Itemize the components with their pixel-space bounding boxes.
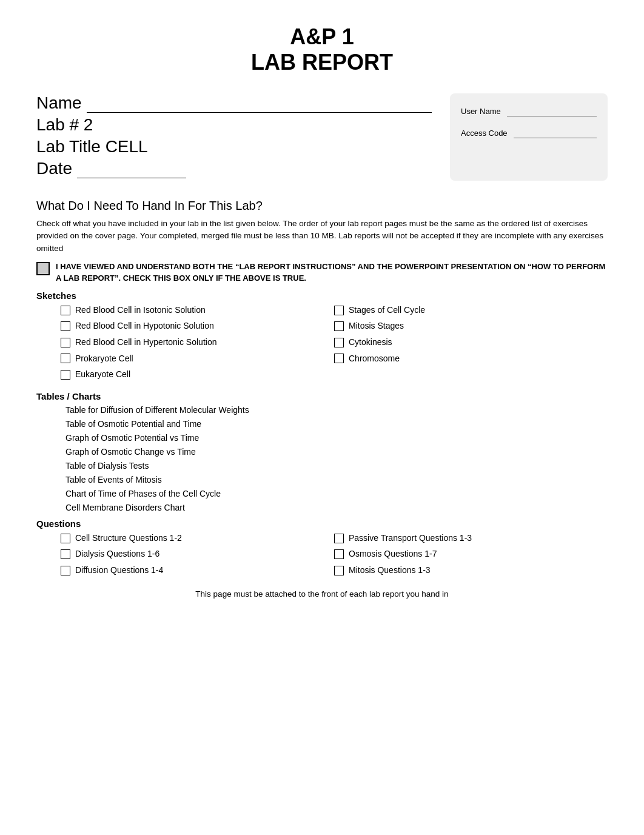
form-right-box: User Name Access Code [450, 93, 608, 181]
table-item-7: Chart of Time of Phases of the Cell Cycl… [61, 489, 608, 498]
sketch-label-7: Mitosis Stages [349, 320, 404, 332]
access-code-row: Access Code [461, 127, 597, 138]
sketch-label-3: Red Blood Cell in Hypertonic Solution [75, 337, 216, 349]
question-checkbox-4[interactable] [334, 534, 344, 543]
question-label-5: Osmosis Questions 1-7 [349, 548, 437, 560]
question-checkbox-5[interactable] [334, 549, 344, 559]
table-label-5: Table of Dialysis Tests [65, 461, 149, 471]
question-checkbox-1[interactable] [61, 534, 70, 543]
question-item-4: Passive Transport Questions 1-3 [334, 532, 608, 545]
sketch-checkbox-1[interactable] [61, 306, 70, 315]
sketch-checkbox-3[interactable] [61, 338, 70, 347]
question-item-1: Cell Structure Questions 1-2 [61, 532, 334, 545]
name-underline [87, 99, 432, 113]
sketch-item-5: Eukaryote Cell [61, 369, 334, 381]
questions-col1: Cell Structure Questions 1-2 Dialysis Qu… [61, 532, 334, 581]
user-name-label: User Name [461, 107, 501, 116]
question-label-1: Cell Structure Questions 1-2 [75, 532, 182, 545]
table-item-5: Table of Dialysis Tests [61, 461, 608, 471]
sketch-label-4: Prokaryote Cell [75, 353, 133, 365]
table-item-3: Graph of Osmotic Potential vs Time [61, 433, 608, 443]
title-line2: LAB REPORT [36, 50, 608, 75]
table-label-6: Table of Events of Mitosis [65, 475, 162, 485]
name-field-row: Name [36, 93, 432, 113]
page-header: A&P 1 LAB REPORT [36, 24, 608, 75]
questions-col2: Passive Transport Questions 1-3 Osmosis … [334, 532, 608, 581]
notice-text: I HAVE VIEWED AND UNDERSTAND BOTH THE “L… [56, 261, 608, 284]
sketch-label-6: Stages of Cell Cycle [349, 304, 425, 317]
user-name-row: User Name [461, 106, 597, 116]
tables-section: Tables / Charts Table for Diffusion of D… [36, 391, 608, 512]
sketch-item-8: Cytokinesis [334, 337, 608, 349]
sketch-checkbox-6[interactable] [334, 306, 344, 315]
notice-box: I HAVE VIEWED AND UNDERSTAND BOTH THE “L… [36, 261, 608, 284]
date-field-row: Date [36, 159, 432, 178]
sketch-checkbox-2[interactable] [61, 321, 70, 331]
sketch-item-1: Red Blood Cell in Isotonic Solution [61, 304, 334, 317]
title-line1: A&P 1 [36, 24, 608, 50]
table-label-4: Graph of Osmotic Change vs Time [65, 447, 196, 457]
question-item-5: Osmosis Questions 1-7 [334, 548, 608, 560]
question-label-2: Dialysis Questions 1-6 [75, 548, 159, 560]
sketches-checklist: Red Blood Cell in Isotonic Solution Red … [61, 304, 608, 385]
question-checkbox-6[interactable] [334, 566, 344, 575]
lab-number-row: Lab # 2 [36, 115, 432, 135]
sketch-checkbox-7[interactable] [334, 321, 344, 331]
question-label-6: Mitosis Questions 1-3 [349, 565, 431, 577]
question-item-3: Diffusion Questions 1-4 [61, 565, 334, 577]
access-code-label: Access Code [461, 129, 508, 138]
sketch-checkbox-8[interactable] [334, 338, 344, 347]
sketch-item-2: Red Blood Cell in Hypotonic Solution [61, 320, 334, 332]
question-item-2: Dialysis Questions 1-6 [61, 548, 334, 560]
sketches-col2: Stages of Cell Cycle Mitosis Stages Cyto… [334, 304, 608, 385]
sketch-checkbox-9[interactable] [334, 354, 344, 363]
table-label-2: Table of Osmotic Potential and Time [65, 419, 201, 429]
tables-title: Tables / Charts [36, 391, 608, 401]
instructions-text: Check off what you have included in your… [36, 218, 608, 255]
question-item-6: Mitosis Questions 1-3 [334, 565, 608, 577]
sketch-label-9: Chromosome [349, 353, 400, 365]
sketch-checkbox-4[interactable] [61, 354, 70, 363]
table-label-8: Cell Membrane Disorders Chart [65, 503, 185, 512]
sketch-item-6: Stages of Cell Cycle [334, 304, 608, 317]
table-item-2: Table of Osmotic Potential and Time [61, 419, 608, 429]
form-left: Name Lab # 2 Lab Title CELL Date [36, 93, 432, 181]
date-underline [77, 165, 186, 178]
sketches-section: Sketches Red Blood Cell in Isotonic Solu… [36, 290, 608, 385]
question-checkbox-2[interactable] [61, 549, 70, 559]
sketch-item-9: Chromosome [334, 353, 608, 365]
sketches-col1: Red Blood Cell in Isotonic Solution Red … [61, 304, 334, 385]
table-label-3: Graph of Osmotic Potential vs Time [65, 433, 199, 443]
table-label-1: Table for Diffusion of Different Molecul… [65, 405, 249, 415]
table-item-1: Table for Diffusion of Different Molecul… [61, 405, 608, 415]
user-name-underline [507, 106, 597, 116]
lab-title-label: Lab Title CELL [36, 137, 148, 156]
notice-checkbox[interactable] [36, 262, 50, 275]
sketch-label-2: Red Blood Cell in Hypotonic Solution [75, 320, 214, 332]
table-item-4: Graph of Osmotic Change vs Time [61, 447, 608, 457]
sketch-label-1: Red Blood Cell in Isotonic Solution [75, 304, 206, 317]
lab-title-row: Lab Title CELL [36, 137, 432, 156]
what-section: What Do I Need To Hand In For This Lab? … [36, 199, 608, 284]
sketch-item-3: Red Blood Cell in Hypertonic Solution [61, 337, 334, 349]
name-label: Name [36, 93, 82, 113]
question-checkbox-3[interactable] [61, 566, 70, 575]
questions-section: Questions Cell Structure Questions 1-2 D… [36, 518, 608, 599]
date-label: Date [36, 159, 72, 178]
questions-checklist: Cell Structure Questions 1-2 Dialysis Qu… [61, 532, 608, 581]
table-label-7: Chart of Time of Phases of the Cell Cycl… [65, 489, 221, 498]
sketch-label-5: Eukaryote Cell [75, 369, 130, 381]
sketch-item-7: Mitosis Stages [334, 320, 608, 332]
table-item-8: Cell Membrane Disorders Chart [61, 503, 608, 512]
footer-note: This page must be attached to the front … [36, 589, 608, 599]
sketch-item-4: Prokaryote Cell [61, 353, 334, 365]
sketches-title: Sketches [36, 290, 608, 301]
access-code-underline [514, 127, 597, 138]
question-label-4: Passive Transport Questions 1-3 [349, 532, 472, 545]
table-item-6: Table of Events of Mitosis [61, 475, 608, 485]
sketch-label-8: Cytokinesis [349, 337, 392, 349]
questions-title: Questions [36, 518, 608, 529]
what-title: What Do I Need To Hand In For This Lab? [36, 199, 608, 213]
sketch-checkbox-5[interactable] [61, 370, 70, 380]
form-section: Name Lab # 2 Lab Title CELL Date User Na… [36, 93, 608, 181]
